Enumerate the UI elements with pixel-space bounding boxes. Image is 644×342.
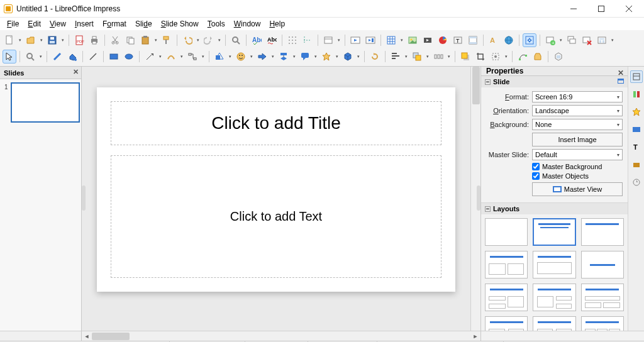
autospellcheck-icon[interactable]: Abc [265, 33, 279, 47]
paste-dropdown[interactable] [153, 38, 158, 43]
3d-objects-icon[interactable] [341, 50, 355, 63]
new-slide-dropdown[interactable] [558, 38, 564, 43]
extrusion-icon[interactable] [552, 50, 565, 63]
new-icon[interactable] [3, 33, 16, 47]
maximize-button[interactable] [587, 0, 615, 18]
delete-slide-icon[interactable] [580, 33, 594, 47]
connectors-icon[interactable] [186, 50, 199, 63]
insert-fontwork-icon[interactable]: A [487, 33, 501, 47]
stars-banners-icon[interactable] [319, 50, 333, 63]
zoom-icon[interactable] [23, 50, 37, 63]
content-placeholder[interactable]: Click to add Text [111, 155, 441, 278]
sidebar-resize-handle[interactable] [477, 185, 480, 211]
insert-header-footer-icon[interactable] [466, 33, 480, 47]
callouts-icon[interactable] [298, 50, 312, 63]
crop-icon[interactable] [474, 50, 487, 63]
snap-guides-icon[interactable] [301, 33, 314, 47]
deck-gallery-icon[interactable] [630, 106, 643, 118]
slide-canvas[interactable]: Click to add Title Click to add Text [97, 87, 455, 292]
rectangle-icon[interactable] [107, 50, 121, 63]
deck-animation-icon[interactable] [630, 176, 643, 189]
block-arrows-icon[interactable] [255, 50, 269, 63]
slide-layout-dropdown[interactable] [610, 38, 615, 43]
menu-slide[interactable]: Slide [131, 18, 157, 30]
lines-arrows-icon[interactable] [143, 50, 157, 63]
open-icon[interactable] [24, 33, 38, 47]
basic-shapes-icon[interactable] [213, 50, 226, 63]
start-beginning-icon[interactable] [348, 33, 362, 47]
shadow-icon[interactable] [458, 50, 472, 63]
close-button[interactable] [615, 0, 643, 18]
filter-dropdown[interactable] [504, 54, 509, 59]
insert-image-icon[interactable] [406, 33, 419, 47]
undo-dropdown[interactable] [196, 38, 201, 43]
undock-icon[interactable] [618, 79, 624, 84]
layout-title-2content[interactable] [485, 251, 528, 279]
block-arrows-dropdown[interactable] [270, 54, 275, 59]
layout-9[interactable] [581, 284, 624, 311]
menu-window[interactable]: Window [230, 18, 265, 30]
insert-hyperlink-icon[interactable] [502, 33, 516, 47]
distribute-dropdown[interactable] [447, 54, 452, 59]
minimize-button[interactable] [560, 0, 587, 18]
spellcheck-icon[interactable]: Abc [250, 33, 264, 47]
align-dropdown[interactable] [404, 54, 409, 59]
new-dropdown[interactable] [18, 38, 23, 43]
insert-chart-icon[interactable] [436, 33, 450, 47]
table-dropdown[interactable] [399, 38, 404, 43]
fill-color-icon[interactable] [65, 50, 79, 63]
title-placeholder[interactable]: Click to add Title [111, 101, 441, 145]
curves-dropdown[interactable] [179, 54, 184, 59]
master-objects-checkbox[interactable] [532, 172, 540, 180]
slide-layout-icon[interactable] [595, 33, 609, 47]
insert-table-icon[interactable] [384, 33, 398, 47]
flowchart-icon[interactable] [277, 50, 291, 63]
zoom-dropdown[interactable] [38, 54, 43, 59]
flowchart-dropdown[interactable] [292, 54, 297, 59]
line-color-icon[interactable] [50, 50, 64, 63]
open-dropdown[interactable] [39, 38, 44, 43]
select-tool-icon[interactable] [3, 50, 16, 63]
deck-master-icon[interactable] [630, 158, 643, 171]
basic-shapes-dropdown[interactable] [228, 54, 233, 59]
menu-view[interactable]: View [45, 18, 70, 30]
deck-properties-icon[interactable] [630, 70, 643, 83]
cut-icon[interactable] [108, 33, 122, 47]
menu-tools[interactable]: Tools [203, 18, 230, 30]
edit-points-icon[interactable] [516, 50, 530, 63]
master-background-checkbox[interactable] [532, 163, 540, 170]
master-view-button[interactable]: Master View [532, 182, 623, 196]
glue-points-icon[interactable] [531, 50, 545, 63]
layout-11[interactable] [533, 316, 575, 331]
paste-icon[interactable] [138, 33, 152, 47]
save-icon[interactable] [45, 33, 59, 47]
layout-10[interactable] [485, 316, 528, 331]
slide-section-header[interactable]: − Slide [481, 76, 628, 87]
master-slide-combo[interactable]: Default [532, 149, 623, 160]
ellipse-icon[interactable] [122, 50, 136, 63]
stars-dropdown[interactable] [335, 54, 340, 59]
menu-file[interactable]: File [3, 18, 23, 30]
deck-styles-icon[interactable] [630, 88, 643, 101]
filter-icon[interactable] [489, 50, 502, 63]
slide-thumbnail-1[interactable]: 1 [11, 83, 79, 122]
connectors-dropdown[interactable] [201, 54, 206, 59]
display-views-dropdown[interactable] [336, 38, 341, 43]
print-icon[interactable] [87, 33, 101, 47]
symbol-shapes-icon[interactable] [234, 50, 248, 63]
background-combo[interactable]: None [532, 119, 623, 130]
symbol-shapes-dropdown[interactable] [249, 54, 254, 59]
zoom-pan-icon[interactable] [523, 33, 536, 47]
deck-navigator-icon[interactable] [630, 123, 643, 136]
display-views-icon[interactable] [321, 33, 335, 47]
3d-dropdown[interactable] [356, 54, 361, 59]
distribute-icon[interactable] [431, 50, 445, 63]
arrange-icon[interactable] [410, 50, 424, 63]
layout-title-content-2[interactable] [533, 251, 575, 279]
save-dropdown[interactable] [60, 38, 65, 43]
horizontal-scrollbar[interactable]: ◄► [82, 331, 480, 341]
curves-polygons-icon[interactable] [164, 50, 178, 63]
clone-formatting-icon[interactable] [160, 33, 174, 47]
display-grid-icon[interactable] [286, 33, 299, 47]
slides-panel-close-icon[interactable]: ✕ [73, 68, 79, 76]
